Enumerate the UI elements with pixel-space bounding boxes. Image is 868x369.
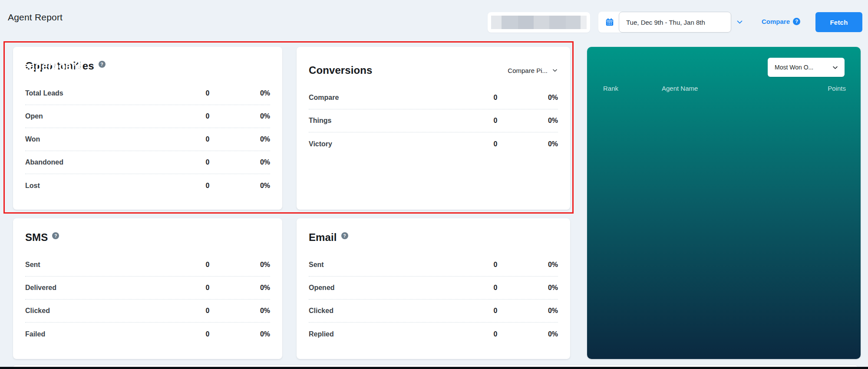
metric-label: Clicked	[309, 307, 482, 315]
conversions-card-header: Conversions Compare Pi...	[297, 47, 570, 76]
metric-row: Clicked 0 0%	[25, 300, 270, 323]
redacted-block	[502, 16, 518, 29]
metric-percent: 0%	[508, 117, 558, 125]
date-range-input[interactable]: Tue, Dec 9th - Thu, Jan 8th	[619, 12, 731, 33]
date-range-chevron-button[interactable]	[733, 14, 746, 30]
help-icon[interactable]: ?	[99, 61, 106, 68]
email-card-header: Email ?	[297, 218, 570, 244]
metric-percent: 0%	[221, 89, 270, 97]
metric-row: Sent 0 0%	[309, 254, 558, 277]
metric-row: Compare 0 0%	[309, 86, 558, 109]
screenshot-bottom-edge	[0, 367, 868, 369]
metric-value: 0	[195, 284, 221, 292]
page-title: Agent Report	[8, 12, 63, 23]
metric-row: Sent 0 0%	[25, 254, 270, 277]
metric-label: Things	[309, 117, 482, 125]
metric-label: Lost	[25, 182, 195, 190]
conversions-card: Conversions Compare Pi... Compare 0 0% T…	[297, 47, 570, 210]
metric-value: 0	[195, 182, 221, 190]
metric-value: 0	[195, 135, 221, 143]
redacted-block	[566, 16, 581, 29]
metric-percent: 0%	[221, 330, 270, 338]
metric-percent: 0%	[508, 284, 558, 292]
leaderboard-metric-dropdown-label: Most Won O...	[775, 64, 813, 71]
metric-percent: 0%	[508, 261, 558, 269]
calendar-button[interactable]	[604, 16, 615, 28]
metric-label: Delivered	[25, 284, 195, 292]
metric-percent: 0%	[221, 261, 270, 269]
metric-percent: 0%	[508, 94, 558, 102]
metric-value: 0	[195, 261, 221, 269]
help-icon[interactable]: ?	[52, 232, 59, 239]
metric-label: Replied	[309, 330, 482, 338]
metric-row: Opened 0 0%	[309, 277, 558, 300]
redacted-account-selector[interactable]	[488, 12, 590, 33]
metric-value: 0	[482, 307, 508, 315]
metric-label: Total Leads	[25, 89, 195, 97]
metric-value: 0	[482, 94, 508, 102]
metric-percent: 0%	[508, 140, 558, 148]
metric-percent: 0%	[508, 330, 558, 338]
redacted-block	[549, 16, 566, 29]
chevron-down-icon	[832, 64, 838, 71]
metric-percent: 0%	[221, 182, 270, 190]
compare-label: Compare	[762, 18, 790, 25]
metric-value: 0	[482, 261, 508, 269]
help-icon[interactable]: ?	[793, 18, 800, 25]
fetch-button[interactable]: Fetch	[815, 12, 862, 32]
metric-row: Things 0 0%	[309, 109, 558, 132]
metric-label: Compare	[309, 94, 482, 102]
metric-row: Failed 0 0%	[25, 323, 270, 346]
redacted-block	[587, 16, 590, 29]
metric-percent: 0%	[221, 112, 270, 120]
redacted-block	[491, 16, 502, 29]
calendar-icon	[605, 17, 614, 27]
metric-value: 0	[195, 89, 221, 97]
sms-metrics-list: Sent 0 0% Delivered 0 0% Clicked 0 0% Fa…	[25, 254, 270, 346]
metric-row: Total Leads 0 0%	[25, 82, 270, 105]
metric-value: 0	[195, 307, 221, 315]
metric-label: Victory	[309, 140, 482, 148]
redacted-block	[534, 16, 549, 29]
redacted-block	[518, 16, 534, 29]
leaderboard-metric-dropdown[interactable]: Most Won O...	[768, 58, 845, 77]
metric-value: 0	[195, 158, 221, 166]
leaderboard-title: Leaderboard	[16, 60, 83, 72]
help-icon[interactable]: ?	[341, 232, 348, 239]
email-card: Email ? Sent 0 0% Opened 0 0% Clicked 0 …	[297, 218, 570, 359]
opportunities-metrics-list: Total Leads 0 0% Open 0 0% Won 0 0% Aban…	[25, 82, 270, 197]
metric-row: Abandoned 0 0%	[25, 151, 270, 174]
metric-label: Failed	[25, 330, 195, 338]
compare-pipeline-dropdown[interactable]: Compare Pi...	[508, 67, 558, 74]
metric-row: Replied 0 0%	[309, 323, 558, 346]
chevron-down-icon	[552, 67, 558, 73]
metric-label: Sent	[309, 261, 482, 269]
compare-button[interactable]: Compare ?	[762, 13, 800, 29]
sms-card-header: SMS ?	[13, 218, 282, 244]
email-metrics-list: Sent 0 0% Opened 0 0% Clicked 0 0% Repli…	[309, 254, 558, 346]
email-title: Email	[309, 231, 337, 244]
metric-row: Lost 0 0%	[25, 174, 270, 197]
metric-value: 0	[195, 112, 221, 120]
leaderboard-column-points: Points	[828, 85, 846, 92]
metric-value: 0	[195, 330, 221, 338]
metric-label: Open	[25, 112, 195, 120]
metric-value: 0	[482, 284, 508, 292]
conversions-metrics-list: Compare 0 0% Things 0 0% Victory 0 0%	[309, 86, 558, 155]
metric-row: Victory 0 0%	[309, 132, 558, 155]
metric-row: Delivered 0 0%	[25, 277, 270, 300]
leaderboard-column-agent: Agent Name	[662, 85, 828, 92]
date-range-picker[interactable]: Tue, Dec 9th - Thu, Jan 8th	[598, 12, 731, 33]
metric-percent: 0%	[508, 307, 558, 315]
metric-label: Clicked	[25, 307, 195, 315]
metric-row: Clicked 0 0%	[309, 300, 558, 323]
chevron-down-icon	[736, 18, 743, 26]
compare-pipeline-dropdown-label: Compare Pi...	[508, 67, 548, 74]
redacted-block	[581, 16, 587, 29]
leaderboard-column-headers: Rank Agent Name Points	[603, 85, 846, 92]
metric-value: 0	[482, 330, 508, 338]
metric-percent: 0%	[221, 284, 270, 292]
metric-label: Sent	[25, 261, 195, 269]
leaderboard-panel	[587, 47, 861, 359]
metric-row: Won 0 0%	[25, 128, 270, 151]
